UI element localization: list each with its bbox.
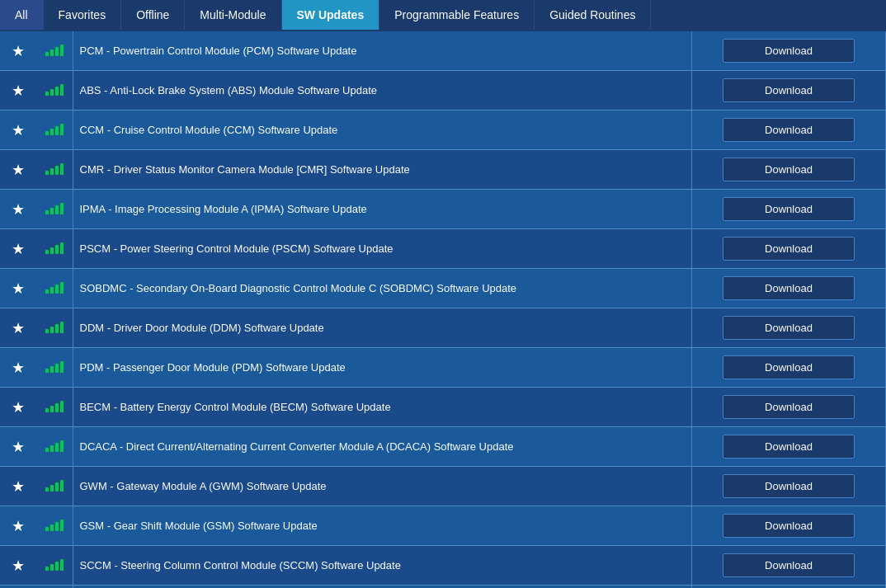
tab-all[interactable]: All bbox=[0, 0, 44, 30]
download-button[interactable]: Download bbox=[723, 316, 855, 340]
favorite-cell[interactable]: ★ bbox=[0, 506, 36, 546]
favorite-cell[interactable]: ★ bbox=[0, 427, 36, 467]
download-button[interactable]: Download bbox=[723, 237, 855, 261]
tab-offline[interactable]: Offline bbox=[121, 0, 185, 30]
star-icon[interactable]: ★ bbox=[12, 241, 25, 257]
module-name: DSP - Audio Digital Signal Processing (D… bbox=[73, 586, 692, 589]
table-row: ★PSCM - Power Steering Control Module (P… bbox=[0, 229, 886, 269]
signal-bars-icon bbox=[45, 439, 64, 452]
star-icon[interactable]: ★ bbox=[12, 43, 25, 59]
star-icon[interactable]: ★ bbox=[12, 478, 25, 495]
table-row: ★CMR - Driver Status Monitor Camera Modu… bbox=[0, 150, 886, 190]
module-name: GSM - Gear Shift Module (GSM) Software U… bbox=[73, 506, 692, 546]
signal-bars-icon bbox=[45, 320, 64, 333]
star-icon[interactable]: ★ bbox=[12, 557, 25, 574]
signal-cell bbox=[36, 308, 73, 348]
download-button[interactable]: Download bbox=[723, 118, 855, 142]
favorite-cell[interactable]: ★ bbox=[0, 229, 36, 269]
star-icon[interactable]: ★ bbox=[12, 360, 25, 376]
favorite-cell[interactable]: ★ bbox=[0, 467, 36, 506]
star-icon[interactable]: ★ bbox=[12, 399, 25, 416]
download-cell: Download bbox=[692, 586, 886, 589]
table-row: ★DSP - Audio Digital Signal Processing (… bbox=[0, 586, 886, 589]
star-icon[interactable]: ★ bbox=[12, 82, 25, 99]
download-button[interactable]: Download bbox=[723, 39, 855, 63]
tab-programmable-features[interactable]: Programmable Features bbox=[379, 0, 535, 30]
favorite-cell[interactable]: ★ bbox=[0, 308, 36, 348]
download-cell: Download bbox=[692, 348, 886, 388]
signal-cell bbox=[36, 427, 73, 467]
favorite-cell[interactable]: ★ bbox=[0, 388, 36, 427]
signal-bars-icon bbox=[45, 518, 64, 531]
download-cell: Download bbox=[692, 150, 886, 190]
tab-multi-module[interactable]: Multi-Module bbox=[185, 0, 281, 30]
signal-bars-icon bbox=[45, 478, 64, 492]
download-button[interactable]: Download bbox=[723, 355, 855, 379]
signal-cell bbox=[36, 229, 73, 269]
module-name: PSCM - Power Steering Control Module (PS… bbox=[73, 229, 692, 269]
download-cell: Download bbox=[692, 111, 886, 150]
module-name: CMR - Driver Status Monitor Camera Modul… bbox=[73, 150, 692, 190]
tab-sw-updates[interactable]: SW Updates bbox=[282, 0, 380, 30]
star-icon[interactable]: ★ bbox=[12, 280, 25, 297]
favorite-cell[interactable]: ★ bbox=[0, 71, 36, 111]
table-row: ★BECM - Battery Energy Control Module (B… bbox=[0, 388, 886, 427]
signal-cell bbox=[36, 111, 73, 150]
module-name: DDM - Driver Door Module (DDM) Software … bbox=[73, 308, 692, 348]
module-name: BECM - Battery Energy Control Module (BE… bbox=[73, 388, 692, 427]
download-button[interactable]: Download bbox=[723, 553, 855, 577]
signal-cell bbox=[36, 506, 73, 546]
download-button[interactable]: Download bbox=[723, 514, 855, 538]
favorite-cell[interactable]: ★ bbox=[0, 190, 36, 229]
software-updates-table: ★PCM - Powertrain Control Module (PCM) S… bbox=[0, 31, 886, 588]
download-cell: Download bbox=[692, 269, 886, 308]
favorite-cell[interactable]: ★ bbox=[0, 269, 36, 308]
download-button[interactable]: Download bbox=[723, 276, 855, 300]
download-cell: Download bbox=[692, 388, 886, 427]
download-cell: Download bbox=[692, 31, 886, 71]
signal-cell bbox=[36, 546, 73, 586]
download-button[interactable]: Download bbox=[723, 197, 855, 221]
signal-bars-icon bbox=[45, 280, 64, 294]
module-name: ABS - Anti-Lock Brake System (ABS) Modul… bbox=[73, 71, 692, 111]
star-icon[interactable]: ★ bbox=[12, 518, 25, 534]
signal-cell bbox=[36, 348, 73, 388]
star-icon[interactable]: ★ bbox=[12, 201, 25, 218]
signal-bars-icon bbox=[45, 122, 64, 135]
signal-cell bbox=[36, 388, 73, 427]
download-button[interactable]: Download bbox=[723, 474, 855, 498]
signal-cell bbox=[36, 586, 73, 589]
star-icon[interactable]: ★ bbox=[12, 320, 25, 336]
signal-bars-icon bbox=[45, 43, 64, 56]
table-row: ★IPMA - Image Processing Module A (IPMA)… bbox=[0, 190, 886, 229]
tab-favorites[interactable]: Favorites bbox=[44, 0, 122, 30]
favorite-cell[interactable]: ★ bbox=[0, 31, 36, 71]
download-button[interactable]: Download bbox=[723, 158, 855, 181]
favorite-cell[interactable]: ★ bbox=[0, 546, 36, 586]
tab-guided-routines[interactable]: Guided Routines bbox=[535, 0, 651, 30]
star-icon[interactable]: ★ bbox=[12, 439, 25, 455]
download-cell: Download bbox=[692, 506, 886, 546]
favorite-cell[interactable]: ★ bbox=[0, 111, 36, 150]
download-button[interactable]: Download bbox=[723, 435, 855, 459]
module-name: SOBDMC - Secondary On-Board Diagnostic C… bbox=[73, 269, 692, 308]
table-row: ★SOBDMC - Secondary On-Board Diagnostic … bbox=[0, 269, 886, 308]
table-row: ★DCACA - Direct Current/Alternating Curr… bbox=[0, 427, 886, 467]
download-button[interactable]: Download bbox=[723, 395, 855, 419]
favorite-cell[interactable]: ★ bbox=[0, 586, 36, 589]
favorite-cell[interactable]: ★ bbox=[0, 348, 36, 388]
module-name: DCACA - Direct Current/Alternating Curre… bbox=[73, 427, 692, 467]
download-cell: Download bbox=[692, 467, 886, 506]
favorite-cell[interactable]: ★ bbox=[0, 150, 36, 190]
star-icon[interactable]: ★ bbox=[12, 162, 25, 178]
star-icon[interactable]: ★ bbox=[12, 122, 25, 139]
module-name: GWM - Gateway Module A (GWM) Software Up… bbox=[73, 467, 692, 506]
signal-bars-icon bbox=[45, 241, 64, 254]
signal-bars-icon bbox=[45, 557, 64, 571]
tab-bar: AllFavoritesOfflineMulti-ModuleSW Update… bbox=[0, 0, 886, 31]
table-row: ★GWM - Gateway Module A (GWM) Software U… bbox=[0, 467, 886, 506]
signal-bars-icon bbox=[45, 360, 64, 373]
download-button[interactable]: Download bbox=[723, 78, 855, 102]
signal-bars-icon bbox=[45, 82, 64, 96]
signal-cell bbox=[36, 269, 73, 308]
